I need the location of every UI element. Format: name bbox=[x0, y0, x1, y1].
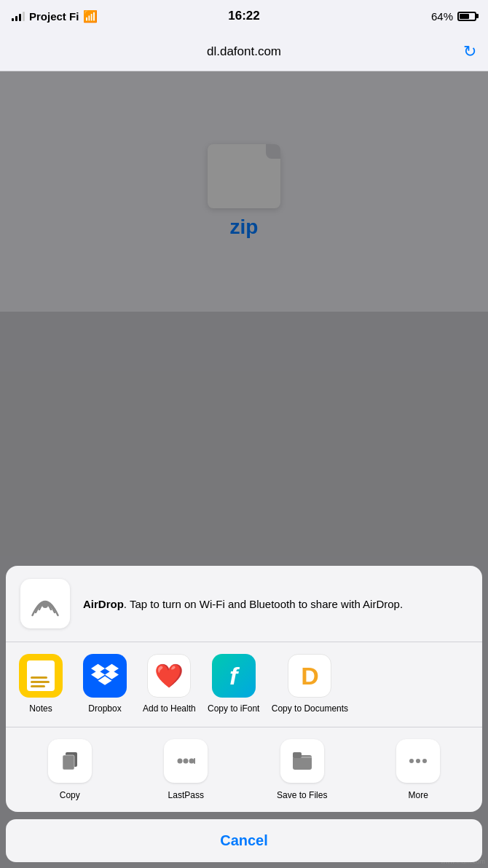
files-svg-icon bbox=[291, 749, 314, 773]
browser-bar[interactable]: dl.dafont.com ↻ bbox=[0, 32, 488, 71]
share-sheet: AirDrop. Tap to turn on Wi-Fi and Blueto… bbox=[0, 566, 488, 868]
dropbox-label: Dropbox bbox=[88, 703, 121, 715]
app-item-notes[interactable]: Notes bbox=[15, 654, 67, 715]
signal-bar-1 bbox=[12, 18, 14, 21]
more-icon-wrap bbox=[396, 739, 440, 783]
app-row-container[interactable]: Notes Dropbox bbox=[6, 642, 482, 727]
files-icon-wrap bbox=[280, 739, 324, 783]
airdrop-icon-wrap bbox=[20, 579, 70, 628]
signal-bar-2 bbox=[15, 16, 17, 21]
more-svg-icon bbox=[406, 749, 430, 773]
airdrop-svg bbox=[31, 589, 60, 618]
action-save-files[interactable]: Save to Files bbox=[273, 739, 331, 800]
lastpass-icon-wrap bbox=[164, 739, 208, 783]
app-item-documents[interactable]: D Copy to Documents bbox=[272, 654, 348, 715]
battery-icon-wrap bbox=[457, 12, 476, 21]
battery-pct-label: 64% bbox=[431, 10, 453, 23]
status-right: 64% bbox=[431, 10, 476, 23]
svg-point-9 bbox=[178, 759, 183, 764]
share-panel: AirDrop. Tap to turn on Wi-Fi and Blueto… bbox=[6, 566, 482, 812]
status-left: Project Fi 📶 bbox=[12, 9, 98, 23]
svg-rect-7 bbox=[63, 755, 74, 770]
app-row: Notes Dropbox bbox=[15, 654, 473, 715]
cancel-button[interactable]: Cancel bbox=[6, 819, 482, 862]
documents-d-letter: D bbox=[301, 662, 319, 690]
copy-svg-icon bbox=[58, 749, 82, 773]
lastpass-svg-icon bbox=[174, 749, 197, 773]
lastpass-label: LastPass bbox=[168, 790, 204, 800]
svg-point-17 bbox=[422, 759, 427, 763]
notes-label: Notes bbox=[29, 703, 52, 715]
notes-line-2 bbox=[31, 681, 50, 683]
signal-bars bbox=[12, 11, 25, 21]
app-item-health[interactable]: ❤️ Add to Health bbox=[143, 654, 196, 715]
svg-rect-14 bbox=[293, 752, 302, 758]
ifont-f-letter: f bbox=[229, 662, 237, 690]
save-files-label: Save to Files bbox=[277, 790, 327, 800]
notes-line-1 bbox=[31, 676, 47, 679]
wifi-icon: 📶 bbox=[83, 9, 98, 23]
more-label: More bbox=[409, 790, 428, 800]
health-label: Add to Health bbox=[143, 703, 196, 715]
svg-point-10 bbox=[184, 759, 189, 764]
action-copy[interactable]: Copy bbox=[41, 739, 99, 800]
notes-line-3 bbox=[31, 685, 45, 687]
svg-point-16 bbox=[416, 759, 420, 763]
action-row: Copy LastPass bbox=[6, 727, 482, 812]
refresh-button[interactable]: ↻ bbox=[463, 42, 476, 61]
svg-point-11 bbox=[189, 759, 194, 764]
ifont-label: Copy to iFont bbox=[208, 703, 259, 715]
signal-bar-4 bbox=[23, 12, 25, 21]
copy-icon-wrap bbox=[48, 739, 92, 783]
status-bar: Project Fi 📶 16:22 64% bbox=[0, 0, 488, 32]
documents-icon: D bbox=[288, 654, 331, 698]
health-icon: ❤️ bbox=[147, 654, 191, 698]
notes-icon-inner bbox=[27, 660, 55, 691]
documents-label: Copy to Documents bbox=[272, 703, 348, 715]
action-more[interactable]: More bbox=[389, 739, 447, 800]
dropbox-svg bbox=[91, 663, 119, 688]
battery-icon bbox=[457, 12, 476, 21]
airdrop-description: AirDrop. Tap to turn on Wi-Fi and Blueto… bbox=[83, 596, 403, 612]
notes-icon bbox=[19, 654, 63, 698]
action-lastpass[interactable]: LastPass bbox=[157, 739, 215, 800]
url-display[interactable]: dl.dafont.com bbox=[207, 44, 281, 59]
airdrop-desc-text: . Tap to turn on Wi-Fi and Bluetooth to … bbox=[124, 598, 403, 610]
dropbox-icon bbox=[83, 654, 127, 698]
svg-rect-12 bbox=[194, 758, 195, 764]
signal-bar-3 bbox=[19, 14, 21, 21]
carrier-label: Project Fi bbox=[29, 10, 79, 23]
airdrop-row[interactable]: AirDrop. Tap to turn on Wi-Fi and Blueto… bbox=[6, 566, 482, 642]
svg-point-15 bbox=[409, 759, 414, 763]
status-time: 16:22 bbox=[228, 9, 259, 23]
copy-label: Copy bbox=[60, 790, 80, 800]
heart-icon: ❤️ bbox=[154, 662, 184, 690]
app-item-ifont[interactable]: f Copy to iFont bbox=[208, 654, 260, 715]
battery-fill bbox=[460, 14, 469, 19]
airdrop-title: AirDrop bbox=[83, 598, 124, 610]
airdrop-signal-icon bbox=[31, 589, 60, 618]
ifont-icon: f bbox=[212, 654, 256, 698]
app-item-dropbox[interactable]: Dropbox bbox=[79, 654, 131, 715]
